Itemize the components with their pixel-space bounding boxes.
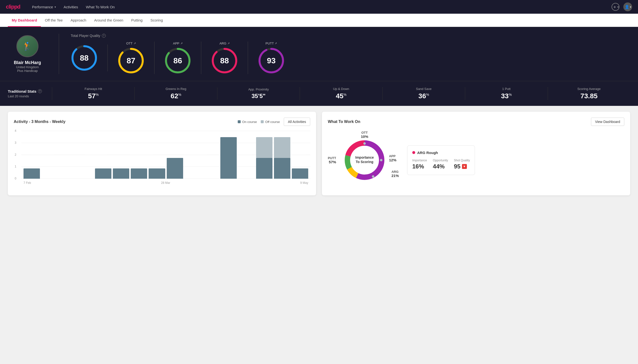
trad-label: Traditional Stats ? xyxy=(8,89,52,94)
arg-label: ARG ↗ xyxy=(219,42,230,45)
add-button[interactable]: ＋ ▾ xyxy=(611,3,619,11)
oncourse-legend-color xyxy=(238,120,241,123)
trad-help-icon[interactable]: ? xyxy=(38,89,42,93)
score-total: 88 xyxy=(71,44,108,72)
avatar-image: 🏌️ xyxy=(23,42,32,51)
all-activities-button[interactable]: All Activities xyxy=(284,118,310,126)
putt-score-value: 93 xyxy=(267,56,276,65)
stat-gir-value: 62% xyxy=(139,92,213,100)
info-card-header: ARG Rough xyxy=(412,150,470,155)
nav-right: ＋ ▾ 👤 ▾ xyxy=(611,2,632,11)
arg-score-value: 88 xyxy=(220,56,229,65)
stat-updown-label: Up & Down xyxy=(304,87,378,91)
nav-what-to-work-on[interactable]: What To Work On xyxy=(86,4,115,10)
player-country: United Kingdom xyxy=(16,65,39,69)
bar-oncourse-13 xyxy=(256,158,273,179)
info-dot xyxy=(412,151,415,154)
grid-label-2: 2 xyxy=(15,153,17,156)
putt-donut-label: PUTT 57% xyxy=(328,156,336,164)
putt-arrow-icon: ↗ xyxy=(275,42,277,45)
x-label-mar: 28 Mar xyxy=(161,181,170,184)
avatar-dropdown-icon: ▾ xyxy=(630,6,631,8)
arg-circle: 88 xyxy=(211,47,238,74)
score-arg: ARG ↗ 88 xyxy=(201,42,248,74)
svg-point-18 xyxy=(380,159,382,161)
arg-info-card: ARG Rough Importance 16% Opportunity 44%… xyxy=(407,146,475,175)
tab-off-the-tee[interactable]: Off the Tee xyxy=(41,14,67,27)
tab-around-the-green[interactable]: Around the Green xyxy=(90,14,127,27)
score-circles: 88 OTT ↗ 87 AP xyxy=(71,42,630,74)
stat-one-putt: 1 Putt 33% xyxy=(465,87,547,100)
bar-oncourse-7 xyxy=(149,168,165,179)
tab-putting[interactable]: Putting xyxy=(127,14,147,27)
donut-area: OTT 10% APP 12% ARG 21% PUTT 57% xyxy=(328,131,624,190)
stat-app-proximity: App. Proximity 35'5" xyxy=(217,88,300,100)
x-axis: 7 Feb 28 Mar 9 May xyxy=(22,181,310,184)
total-circle: 88 xyxy=(71,44,98,72)
bar-group-13 xyxy=(256,137,273,179)
bar-oncourse-11 xyxy=(220,137,237,179)
avatar-icon: 👤 xyxy=(624,5,629,9)
view-dashboard-button[interactable]: View Dashboard xyxy=(591,118,624,126)
grid-label-3: 3 xyxy=(15,141,17,144)
score-ott: OTT ↗ 87 xyxy=(108,42,154,74)
nav-activities[interactable]: Activities xyxy=(64,4,78,10)
bars-container xyxy=(22,131,310,179)
tpq-label: Total Player Quality ? xyxy=(71,34,630,38)
stat-oneputt-label: 1 Putt xyxy=(469,87,543,91)
importance-value: 16% xyxy=(412,163,427,170)
nav-performance[interactable]: Performance ▾ xyxy=(32,4,56,10)
grid-label-1: 1 xyxy=(15,165,17,168)
opportunity-value: 44% xyxy=(433,163,448,170)
logo[interactable]: clippd xyxy=(6,4,20,10)
chart-card-header: Activity - 3 Months - Weekly On course O… xyxy=(14,118,310,126)
opportunity-label: Opportunity xyxy=(433,159,448,162)
info-metrics: Importance 16% Opportunity 44% Shot Qual… xyxy=(412,159,470,170)
putt-label: PUTT ↗ xyxy=(266,42,277,45)
info-card-title: ARG Rough xyxy=(417,150,438,155)
bar-oncourse-14 xyxy=(274,158,290,179)
shot-quality-badge: ▼ xyxy=(462,164,467,169)
trad-sublabel: Last 20 rounds xyxy=(8,94,52,98)
donut-chart-svg: Importance To Scoring xyxy=(342,138,386,182)
shot-quality-label: Shot Quality xyxy=(454,159,470,162)
player-info: 🏌️ Blair McHarg United Kingdom Plus Hand… xyxy=(8,35,47,72)
stat-app-prox-value: 35'5" xyxy=(221,93,296,100)
chart-title: Activity - 3 Months - Weekly xyxy=(14,120,238,124)
plus-icon: ＋ xyxy=(612,4,617,10)
player-handicap: Plus Handicap xyxy=(17,69,38,72)
stat-fairways-value: 57% xyxy=(56,92,130,100)
ott-donut-label: OTT 10% xyxy=(361,131,368,138)
bar-oncourse-4 xyxy=(95,168,111,179)
user-avatar[interactable]: 👤 ▾ xyxy=(623,2,632,11)
score-putt: PUTT ↗ 93 xyxy=(248,42,295,74)
performance-dropdown-icon: ▾ xyxy=(55,6,56,8)
stat-sandsave-value: 36% xyxy=(386,92,461,100)
offcourse-legend-label: Off course xyxy=(265,120,280,124)
bar-oncourse-5 xyxy=(113,168,129,179)
ott-label: OTT ↗ xyxy=(126,42,136,45)
tab-my-dashboard[interactable]: My Dashboard xyxy=(8,14,41,27)
importance-label: Importance xyxy=(412,159,427,162)
tpq-section: Total Player Quality ? 88 OTT ↗ xyxy=(71,34,630,74)
dashboard-header: 🏌️ Blair McHarg United Kingdom Plus Hand… xyxy=(0,27,638,81)
tpq-help-icon[interactable]: ? xyxy=(102,34,106,38)
tab-approach[interactable]: Approach xyxy=(67,14,90,27)
metric-opportunity: Opportunity 44% xyxy=(433,159,448,170)
bar-offcourse-14 xyxy=(274,137,290,158)
player-avatar: 🏌️ xyxy=(17,35,39,57)
stat-sand-save: Sand Save 36% xyxy=(382,87,465,100)
stat-app-prox-label: App. Proximity xyxy=(221,88,296,91)
tab-scoring[interactable]: Scoring xyxy=(146,14,167,27)
svg-text:Importance: Importance xyxy=(355,156,374,160)
stat-gir-label: Greens In Reg xyxy=(139,87,213,91)
what-to-work-on-card: What To Work On View Dashboard OTT 10% A… xyxy=(322,112,630,195)
stat-fairways-label: Fairways Hit xyxy=(56,87,130,91)
svg-text:To Scoring: To Scoring xyxy=(356,160,373,164)
wtw-header: What To Work On View Dashboard xyxy=(328,118,624,126)
bar-group-7 xyxy=(149,168,165,179)
stat-updown-value: 45% xyxy=(304,92,378,100)
bar-oncourse-6 xyxy=(131,168,147,179)
trad-label-section: Traditional Stats ? Last 20 rounds xyxy=(8,89,52,98)
activity-chart-card: Activity - 3 Months - Weekly On course O… xyxy=(8,112,316,195)
